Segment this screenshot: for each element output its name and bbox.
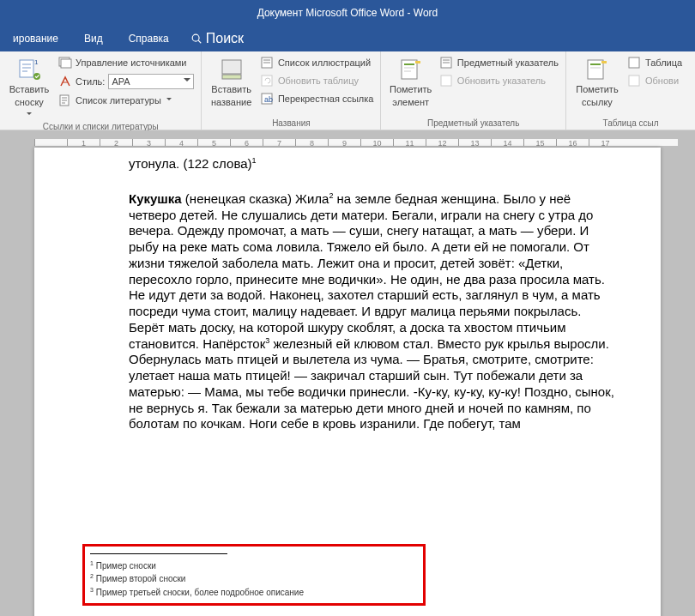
ruler-tick: 10 — [360, 139, 393, 146]
svg-point-0 — [192, 34, 199, 41]
cross-reference-button[interactable]: ab Перекрестная ссылка — [259, 91, 376, 106]
mark-citation-button[interactable]: Пометить ссылку — [571, 55, 623, 117]
paragraph[interactable]: утонула. (122 слова)1 — [129, 156, 618, 172]
ribbon-group-citations: 1 Вставить сноску Управление источниками… — [0, 51, 202, 130]
caption-icon — [220, 57, 244, 82]
citation-style-row: Стиль: APA — [57, 73, 196, 90]
style-value: APA — [112, 76, 130, 87]
subject-index-button[interactable]: Предметный указатель — [438, 55, 560, 70]
story-title: Кукушка — [129, 191, 182, 206]
sources-icon — [58, 56, 72, 69]
ruler-tick: 11 — [393, 139, 426, 146]
tab-review-partial[interactable]: ирование — [0, 26, 71, 51]
ruler-tick: 14 — [491, 139, 523, 146]
footnote-text: Пример третьей сноски, более подробное о… — [96, 588, 304, 597]
text: (ненецкая сказка) Жила — [182, 191, 329, 206]
ruler-tick: 1 — [67, 139, 100, 146]
svg-rect-35 — [601, 61, 607, 63]
ruler-tick: 4 — [165, 139, 197, 146]
svg-text:1: 1 — [34, 58, 39, 66]
footnote-icon: 1 — [17, 57, 41, 82]
tab-view[interactable]: Вид — [71, 26, 116, 51]
footnote-2[interactable]: 2 Пример второй сноски — [90, 572, 386, 585]
svg-rect-27 — [415, 61, 420, 63]
paragraph[interactable]: Кукушка (ненецкая сказка) Жила2 на земле… — [129, 191, 618, 432]
svg-rect-37 — [629, 75, 639, 86]
group-label: Предметный указатель — [386, 117, 560, 128]
search-icon — [190, 33, 202, 45]
update-authorities-button: Обнови — [626, 73, 684, 88]
insert-footnote-button[interactable]: 1 Вставить сноску — [5, 55, 53, 120]
svg-rect-15 — [222, 60, 241, 74]
manage-sources-button[interactable]: Управление источниками — [57, 55, 196, 70]
index-icon — [440, 56, 454, 69]
ruler-tick — [34, 139, 67, 146]
update-icon — [261, 74, 275, 88]
menu-bar: ирование Вид Справка Поиск — [0, 26, 695, 51]
update-table-button: Обновить таблицу — [259, 73, 376, 88]
ruler-tick: 16 — [556, 139, 589, 146]
text: на земле бедная женщина. Было у неё четв… — [129, 191, 605, 351]
update-icon — [440, 74, 454, 88]
ribbon: 1 Вставить сноску Управление источниками… — [0, 51, 695, 130]
bibliography-button[interactable]: Список литературы — [57, 93, 196, 108]
ruler-tick: 3 — [132, 139, 165, 146]
ruler-tick: 13 — [458, 139, 491, 146]
label: Обнови — [645, 75, 679, 86]
svg-point-7 — [33, 73, 40, 80]
tab-help[interactable]: Справка — [116, 26, 182, 51]
update-index-button: Обновить указатель — [438, 73, 560, 88]
style-select[interactable]: APA — [108, 74, 194, 89]
footnote-ref-1[interactable]: 1 — [252, 156, 257, 165]
ruler-tick: 2 — [100, 139, 132, 146]
ruler-tick: 7 — [263, 139, 295, 146]
ruler-tick: 15 — [523, 139, 556, 146]
svg-rect-23 — [402, 60, 417, 79]
svg-rect-31 — [441, 75, 451, 86]
svg-rect-16 — [222, 75, 241, 79]
text: утонула. (122 слова) — [129, 156, 252, 171]
label: Пометить — [390, 84, 432, 95]
ribbon-group-authorities: Пометить ссылку Таблица Обнови Таблица с… — [566, 51, 695, 130]
search-box[interactable]: Поиск — [182, 31, 244, 46]
footnote-1[interactable]: 1 Пример сноски — [90, 559, 386, 572]
ruler-tick: 6 — [230, 139, 263, 146]
label: Управление источниками — [76, 57, 186, 68]
footnote-3[interactable]: 3 Пример третьей сноски, более подробное… — [90, 586, 386, 599]
label: элемент — [392, 97, 429, 108]
table-authorities-button[interactable]: Таблица — [626, 55, 684, 70]
footnote-text: Пример сноски — [96, 561, 156, 571]
label: Перекрестная ссылка — [278, 94, 374, 104]
list-illustrations-button[interactable]: Список иллюстраций — [259, 55, 376, 70]
ruler-tick: 8 — [295, 139, 328, 146]
footnote-separator — [90, 553, 227, 554]
group-label: Ссылки и списки литературы — [5, 120, 196, 131]
svg-rect-36 — [629, 57, 639, 68]
search-label: Поиск — [206, 31, 244, 46]
label: Пометить — [576, 84, 618, 95]
label: Список литературы — [76, 95, 161, 106]
label: Вставить — [211, 84, 251, 95]
footnotes-area[interactable]: 1 Пример сноски 2 Пример второй сноски 3… — [90, 553, 386, 599]
insert-caption-button[interactable]: Вставить название — [207, 55, 256, 117]
ruler-tick: 9 — [328, 139, 360, 146]
horizontal-ruler[interactable]: 1 2 3 4 5 6 7 8 9 10 11 12 13 14 15 16 1… — [34, 139, 678, 146]
footnote-text: Пример второй сноски — [96, 575, 186, 584]
document-page[interactable]: утонула. (122 слова)1 Кукушка (ненецкая … — [34, 148, 661, 616]
label: Таблица — [645, 57, 682, 68]
label: Стиль: — [76, 76, 105, 87]
svg-rect-32 — [588, 60, 603, 79]
svg-line-1 — [198, 40, 201, 43]
title-bar: Документ Microsoft Office Word - Word — [0, 0, 695, 26]
style-icon — [58, 75, 72, 88]
label: Предметный указатель — [457, 57, 559, 68]
ruler-tick: 12 — [426, 139, 458, 146]
label: сноску — [15, 97, 44, 108]
label: Вставить — [9, 84, 50, 95]
mark-entry-button[interactable]: Пометить элемент — [386, 55, 434, 117]
ribbon-group-captions: Вставить название Список иллюстраций Обн… — [202, 51, 381, 130]
update-icon — [628, 74, 642, 88]
document-workarea: 1 2 3 4 5 6 7 8 9 10 11 12 13 14 15 16 1… — [0, 130, 695, 616]
label: Список иллюстраций — [278, 57, 371, 68]
dropdown-arrow-icon — [27, 109, 32, 120]
